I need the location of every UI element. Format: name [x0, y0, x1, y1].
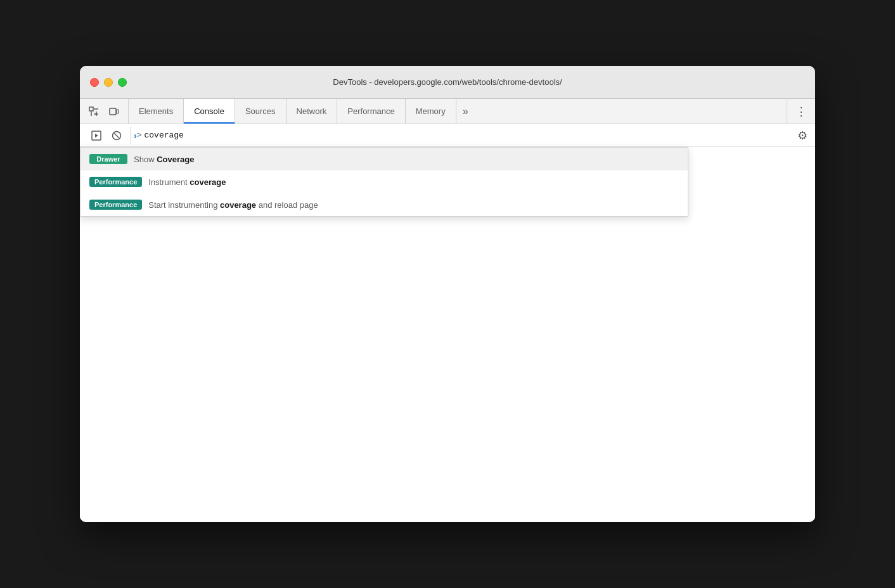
autocomplete-item-2[interactable]: Performance Start instrumenting coverage…: [80, 193, 688, 216]
console-settings-button[interactable]: ⚙: [797, 129, 808, 143]
console-area: › > ⚙ Drawer Show Coverage Performance: [80, 124, 815, 522]
console-input[interactable]: [144, 131, 797, 140]
autocomplete-item-0[interactable]: Drawer Show Coverage: [80, 148, 688, 170]
main-tabs: Elements Console Sources Network Perform…: [129, 99, 787, 124]
tab-memory[interactable]: Memory: [406, 99, 456, 124]
tab-elements[interactable]: Elements: [129, 99, 184, 124]
minimize-button[interactable]: [104, 78, 113, 87]
svg-rect-0: [89, 107, 93, 111]
tab-performance[interactable]: Performance: [337, 99, 405, 124]
console-input-row: › > ⚙: [80, 124, 815, 147]
more-options-button[interactable]: ⋮: [792, 103, 810, 120]
more-tabs-button[interactable]: »: [456, 99, 475, 124]
run-script-button[interactable]: [87, 127, 105, 144]
console-prompt: >: [137, 131, 142, 140]
clear-console-button[interactable]: [108, 127, 126, 144]
badge-performance-0: Performance: [89, 177, 142, 187]
tab-sources[interactable]: Sources: [235, 99, 287, 124]
inspect-element-button[interactable]: [85, 103, 103, 120]
close-button[interactable]: [90, 78, 99, 87]
tab-bar: Elements Console Sources Network Perform…: [80, 99, 815, 124]
autocomplete-text-0: Show Coverage: [134, 155, 194, 164]
autocomplete-text-2: Start instrumenting coverage and reload …: [148, 200, 318, 210]
tab-network[interactable]: Network: [287, 99, 338, 124]
badge-performance-1: Performance: [89, 200, 142, 210]
svg-line-6: [114, 133, 119, 138]
autocomplete-text-1: Instrument coverage: [148, 177, 226, 187]
tab-bar-right-controls: ⋮: [787, 99, 815, 124]
autocomplete-dropdown: Drawer Show Coverage Performance Instrum…: [80, 147, 688, 217]
console-toolbar-left: [87, 127, 131, 144]
tab-console[interactable]: Console: [184, 99, 235, 124]
autocomplete-item-1[interactable]: Performance Instrument coverage: [80, 170, 688, 193]
devtools-window: DevTools - developers.google.com/web/too…: [80, 66, 815, 522]
svg-rect-1: [110, 108, 116, 115]
svg-marker-4: [95, 134, 98, 137]
traffic-lights: [90, 78, 127, 87]
maximize-button[interactable]: [118, 78, 127, 87]
devtools-panel: Elements Console Sources Network Perform…: [80, 99, 815, 522]
badge-drawer: Drawer: [89, 154, 127, 164]
svg-rect-2: [117, 110, 119, 113]
tab-bar-left-controls: [80, 99, 129, 124]
title-bar: DevTools - developers.google.com/web/too…: [80, 66, 815, 99]
device-toggle-button[interactable]: [105, 103, 123, 120]
window-title: DevTools - developers.google.com/web/too…: [333, 77, 562, 87]
